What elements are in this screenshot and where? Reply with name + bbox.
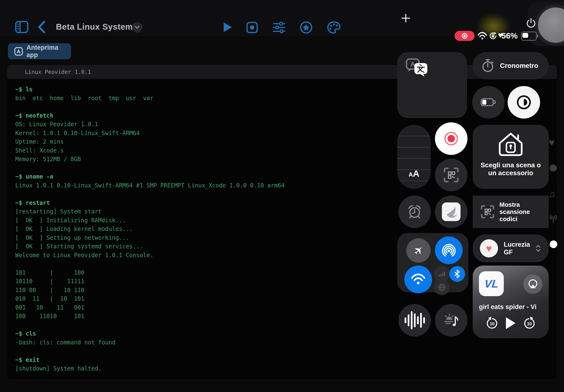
screen-recording-status-pill[interactable] (454, 31, 475, 41)
skip-forward-button[interactable]: 10 (523, 316, 536, 330)
skip-back-10-icon: 10 (485, 316, 499, 330)
featured-button[interactable] (300, 21, 313, 34)
palette-icon (327, 21, 341, 34)
ipad-screen: Beta Linux System (0, 0, 564, 392)
code-scanner-button[interactable] (435, 159, 468, 191)
tab-label: Anteprima app (27, 44, 71, 59)
tile-favorite-contact[interactable]: ♥ Lucrezia GF (473, 235, 549, 262)
scan-codes-label: Mostra scansione codici (499, 201, 530, 223)
page-indicator-music-note-icon[interactable]: ♫ (548, 188, 556, 200)
ambient-sounds-button[interactable] (435, 304, 468, 336)
wifi-icon (411, 274, 426, 285)
text-size-stepper[interactable]: AA (397, 125, 431, 189)
wifi-status-icon (478, 32, 487, 40)
title-menu-button[interactable] (132, 22, 142, 32)
scan-codes-icon (480, 205, 495, 219)
battery-percent: 56% (501, 31, 518, 40)
text-size-label: AA (397, 169, 431, 179)
terminal-body[interactable]: ~$ lsbin etc home lib root tmp usr var ~… (15, 85, 554, 379)
dark-mode-button[interactable] (508, 86, 540, 119)
tile-scan-codes[interactable]: Mostra scansione codici (473, 196, 549, 228)
terminal-line: [ OK ] Setting up networking... (15, 234, 554, 242)
chevron-down-icon (135, 26, 140, 29)
stopwatch-label: Cronometro (500, 62, 538, 70)
swift-app-badge (442, 202, 461, 221)
bluetooth-button[interactable] (449, 266, 465, 282)
back-chevron-icon (37, 21, 46, 33)
home-label: Scegli una scena o un accessorio (473, 161, 549, 177)
star-circle-icon (300, 21, 313, 34)
svg-text:10: 10 (527, 322, 532, 326)
airdrop-button[interactable] (435, 236, 463, 264)
page-indicator-dot[interactable] (550, 165, 557, 172)
orientation-lock-icon (488, 31, 497, 40)
terminal-line (15, 347, 554, 356)
sidebar-icon (15, 21, 29, 33)
record-icon (444, 131, 459, 146)
airdrop-icon (442, 243, 456, 257)
run-button[interactable] (223, 22, 233, 33)
tile-connectivity: ✈ (397, 233, 468, 292)
media-app-icon: VL (479, 271, 504, 296)
airplay-button[interactable] (523, 275, 542, 294)
favorite-expander[interactable] (536, 245, 541, 252)
cellular-bars-icon (437, 270, 446, 278)
battery-icon (481, 98, 496, 107)
terminal-window-title: Linux Peovider 1.0.1 (25, 65, 91, 79)
svg-text:10: 10 (490, 322, 495, 326)
translate-icon: A (406, 58, 429, 79)
hotspot-button[interactable] (434, 280, 450, 295)
terminal-line: ~$ exit (15, 356, 554, 364)
page-indicator-antenna-icon[interactable] (548, 214, 559, 224)
terminal-line: [shutdown] System halted. (15, 364, 554, 373)
app-preview-icon (246, 22, 258, 33)
swift-playgrounds-button[interactable] (435, 196, 468, 228)
skip-back-button[interactable]: 10 (485, 316, 499, 330)
svg-text:A: A (410, 61, 415, 68)
play-button[interactable] (506, 317, 515, 329)
tile-stopwatch[interactable]: Cronometro (473, 52, 549, 79)
appearance-button[interactable] (327, 21, 341, 34)
sidebar-toggle-button[interactable] (15, 21, 29, 33)
plus-icon (401, 13, 411, 23)
terminal-line (15, 260, 554, 268)
voice-memos-button[interactable] (398, 304, 431, 336)
settings-sliders-button[interactable] (273, 22, 285, 33)
add-control-button[interactable] (401, 13, 411, 23)
qr-scanner-icon (443, 167, 459, 183)
terminal-line: ~$ neofetch (15, 111, 554, 120)
power-icon (526, 18, 536, 28)
tab-app-preview[interactable]: Anteprima app (8, 43, 71, 59)
wifi-button[interactable] (404, 266, 432, 293)
sliders-icon (273, 22, 285, 33)
page-indicator-current[interactable] (550, 240, 557, 248)
globe-icon (438, 283, 446, 292)
page-indicator-favorites-heart-icon[interactable]: ♥ (549, 137, 555, 148)
power-button[interactable] (526, 18, 536, 28)
terminal-line: OS: Linux Peovider 1.0.1 (15, 120, 554, 129)
app-preview-button[interactable] (246, 22, 258, 33)
tile-translate[interactable]: A Traduci Inglese (397, 52, 467, 118)
tile-media-player[interactable]: VL girl eats spider - Vi 10 (473, 266, 549, 338)
record-status-icon (461, 32, 469, 40)
airplane-mode-button[interactable]: ✈ (406, 238, 431, 263)
battery-status-icon (521, 31, 537, 41)
tile-home[interactable]: Scegli una scena o un accessorio (473, 125, 549, 189)
play-icon (223, 22, 233, 33)
home-icon (497, 132, 524, 157)
app-store-icon (14, 47, 23, 56)
low-power-mode-button[interactable] (472, 86, 505, 119)
page-title: Beta Linux System (56, 22, 133, 31)
screen-record-button[interactable] (435, 122, 468, 155)
sunrise-music-icon (443, 313, 459, 327)
chevron-up-icon (536, 245, 541, 248)
heart-icon: ♥ (486, 244, 492, 254)
terminal-line: -bash: cls: command not found (15, 338, 554, 347)
chevron-down-icon (536, 249, 541, 252)
media-app-initials: VL (484, 277, 499, 290)
alarm-button[interactable] (398, 196, 431, 228)
back-button[interactable] (37, 21, 46, 33)
avatar: ♥ (480, 239, 498, 257)
swift-bird-icon (445, 206, 457, 218)
waveform-icon (405, 311, 425, 329)
